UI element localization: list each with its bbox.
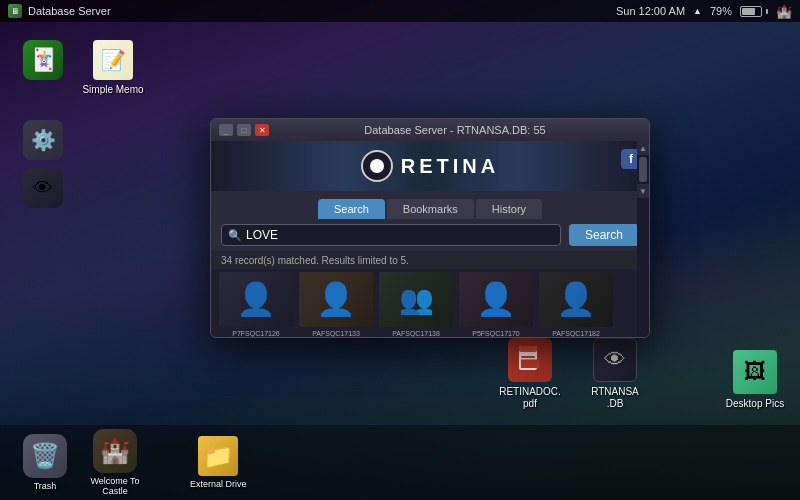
retina-logo: RETINA (361, 150, 499, 182)
external-drive-label: External Drive (190, 479, 247, 489)
face-sim-2: 👤 (299, 272, 373, 327)
window-controls: _ □ ✕ (219, 124, 269, 136)
rtnansa-db-label: RTNANSA.DB (591, 386, 639, 410)
face-sim-3: 👥 (379, 272, 453, 327)
retina-header: RETINA f (211, 141, 649, 191)
retina-text: RETINA (401, 155, 499, 178)
thumb-id-2: PAFSQC17133 (310, 329, 361, 338)
thumb-id-5: PAFSQC17182 (550, 329, 601, 338)
app-titlebar: _ □ ✕ Database Server - RTNANSA.DB: 55 (211, 119, 649, 141)
retinadoc-icon: ▇▇▇ (508, 338, 552, 382)
search-button[interactable]: Search (569, 224, 639, 246)
svg-text:▇▇▇: ▇▇▇ (520, 359, 540, 368)
battery-body (740, 6, 762, 17)
desktop-icon-eye-app[interactable]: 👁 (8, 168, 78, 208)
dock-item-external-drive[interactable]: 📁 External Drive (190, 436, 247, 489)
tab-search[interactable]: Search (318, 199, 385, 219)
retina-eye-logo (361, 150, 393, 182)
castle-icon: 🏰 (776, 4, 792, 19)
scroll-down-button[interactable]: ▼ (637, 184, 649, 198)
retinadoc-label: RETINADOC.pdf (499, 386, 561, 410)
drive-emoji: 📁 (203, 442, 233, 470)
dock-item-trash[interactable]: 🗑️ Trash (20, 434, 70, 491)
dock-item-welcome-castle[interactable]: 🏰 Welcome ToCastle (90, 429, 140, 496)
search-magnifier-icon: 🔍 (228, 229, 242, 242)
app-tabs: Search Bookmarks History (211, 191, 649, 219)
retinadoc-svg: ▇▇▇ (517, 346, 543, 374)
eye-db-icon: 👁 (604, 347, 626, 373)
folder-icon: 🖼 (744, 359, 766, 385)
trash-label: Trash (34, 481, 57, 491)
rtnansa-db-icon: 👁 (593, 338, 637, 382)
castle-dock-icon: 🏰 (93, 429, 137, 473)
solitaire-icon: 🃏 (23, 40, 63, 80)
desktop-icon-rtnansa-db[interactable]: 👁 RTNANSA.DB (580, 338, 650, 410)
thumb-id-1: P7FSQC17126 (230, 329, 281, 338)
taskbar-top: 🖥 Database Server Sun 12:00 AM ▲ 79% 🏰 (0, 0, 800, 22)
results-info: 34 record(s) matched. Results limited to… (211, 251, 649, 269)
arrow-up-icon[interactable]: ▲ (693, 6, 702, 16)
minimize-button[interactable]: _ (219, 124, 233, 136)
zoom-button[interactable]: □ (237, 124, 251, 136)
battery-percent: 79% (710, 5, 732, 17)
simple-memo-label: Simple Memo (82, 84, 143, 96)
app-window: _ □ ✕ Database Server - RTNANSA.DB: 55 R… (210, 118, 650, 338)
desktop-pics-label: Desktop Pics (726, 398, 784, 410)
thumbnail-label-1: P7FSQC17126 08/15/2017 01:01 PM 03:09 (230, 329, 281, 338)
svg-rect-2 (521, 356, 535, 358)
db-icon: 🖥 (8, 4, 22, 18)
app-title: Database Server - RTNANSA.DB: 55 (269, 124, 641, 136)
battery-indicator (740, 6, 768, 17)
thumbnail-item-4[interactable]: 👤 P5FSQC17170 08/23/2017 12:36 AM 07:00 (459, 272, 533, 338)
desktop-icon-desktop-pics[interactable]: 🖼 Desktop Pics (720, 350, 790, 410)
thumbnail-item-1[interactable]: 👤 P7FSQC17126 08/15/2017 01:01 PM 03:09 (219, 272, 293, 338)
thumbnail-label-5: PAFSQC17182 08/29/2017 08:05 PM 03:43 (550, 329, 601, 338)
taskbar-left: 🖥 Database Server (8, 4, 111, 18)
app-name-label: Database Server (28, 5, 111, 17)
tab-bookmarks[interactable]: Bookmarks (387, 199, 474, 219)
thumbnail-label-3: PAFSQC17138 08/15/2017 07:06 PM 04:25 (390, 329, 441, 338)
fb-icon: f (629, 152, 633, 166)
desktop-icon-solitaire[interactable]: 🃏 (8, 40, 78, 80)
thumbnail-label-4: P5FSQC17170 08/23/2017 12:36 AM 07:00 (471, 329, 522, 338)
eye-icon: 👁 (23, 168, 63, 208)
window-scrollbar[interactable]: ▲ ▼ (637, 141, 649, 337)
face-sim-5: 👤 (539, 272, 613, 327)
desktop: 🖥 Database Server Sun 12:00 AM ▲ 79% 🏰 🃏… (0, 0, 800, 500)
thumbnail-img-2: 👤 (299, 272, 373, 327)
thumb-id-4: P5FSQC17170 (471, 329, 522, 338)
thumbnails-area: 👤 P7FSQC17126 08/15/2017 01:01 PM 03:09 … (211, 269, 649, 338)
results-count: 34 record(s) matched. Results limited to… (221, 255, 409, 266)
face-sim-4: 👤 (459, 272, 533, 327)
gear-icon: ⚙️ (23, 120, 63, 160)
castle-label: Welcome ToCastle (90, 476, 139, 496)
trash-icon: 🗑️ (23, 434, 67, 478)
thumbnail-img-5: 👤 (539, 272, 613, 327)
svg-rect-1 (519, 346, 537, 352)
time-label: Sun 12:00 AM (616, 5, 685, 17)
thumb-id-3: PAFSQC17138 (390, 329, 441, 338)
search-input[interactable]: LOVE (246, 228, 278, 242)
thumbnail-label-2: PAFSQC17133 08/15/2017 10:06 PM 04:25 (310, 329, 361, 338)
tab-history[interactable]: History (476, 199, 542, 219)
close-button[interactable]: ✕ (255, 124, 269, 136)
taskbar-right: Sun 12:00 AM ▲ 79% 🏰 (616, 4, 792, 19)
desktop-icon-retinadoc[interactable]: ▇▇▇ RETINADOC.pdf (495, 338, 565, 410)
scroll-up-button[interactable]: ▲ (637, 141, 649, 155)
desktop-icon-gear[interactable]: ⚙️ (8, 120, 78, 160)
thumbnail-item-2[interactable]: 👤 PAFSQC17133 08/15/2017 10:06 PM 04:25 (299, 272, 373, 338)
castle-emoji: 🏰 (100, 437, 130, 465)
desktop-pics-folder-icon: 🖼 (733, 350, 777, 394)
thumbnail-img-1: 👤 (219, 272, 293, 327)
face-sim-1: 👤 (219, 272, 293, 327)
battery-tip (766, 9, 768, 14)
thumbnail-img-4: 👤 (459, 272, 533, 327)
search-input-container[interactable]: 🔍 LOVE (221, 224, 561, 246)
simple-memo-icon: 📝 (93, 40, 133, 80)
desktop-icon-simple-memo[interactable]: 📝 Simple Memo (78, 40, 148, 96)
thumbnail-item-5[interactable]: 👤 PAFSQC17182 08/29/2017 08:05 PM 03:43 (539, 272, 613, 338)
scroll-thumb[interactable] (639, 157, 647, 182)
battery-fill (742, 8, 755, 15)
thumbnail-item-3[interactable]: 👥 PAFSQC17138 08/15/2017 07:06 PM 04:25 (379, 272, 453, 338)
search-area: 🔍 LOVE Search (211, 219, 649, 251)
